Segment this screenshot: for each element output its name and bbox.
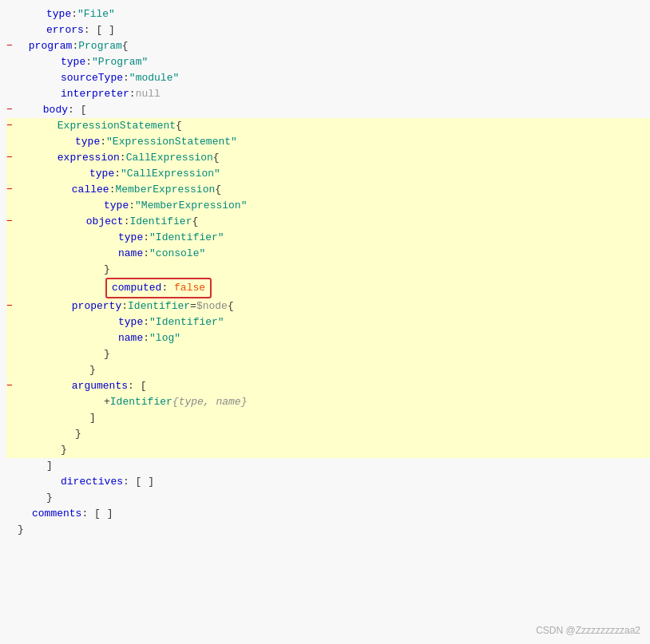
token: "console" <box>149 246 205 262</box>
token: : [ ] <box>84 22 115 38</box>
token: CallExpression <box>126 150 213 166</box>
token: { <box>215 182 221 198</box>
code-line: } <box>6 426 650 442</box>
code-viewer: type: "File"errors: [ ]−program: Program… <box>0 0 650 644</box>
token: ExpressionStatement <box>57 118 176 134</box>
token: sourceType <box>61 70 123 86</box>
token: { <box>176 118 182 134</box>
code-line: type: "ExpressionStatement" <box>6 134 650 150</box>
token: "Identifier" <box>149 230 224 246</box>
token: : <box>143 246 149 262</box>
code-line: −body: [ <box>6 102 650 118</box>
token: } <box>18 522 24 538</box>
token: ] <box>46 458 53 474</box>
toggle-icon[interactable]: − <box>6 378 13 394</box>
token: expression <box>57 150 120 166</box>
token: : <box>129 198 135 214</box>
code-line: type: "Identifier" <box>6 314 650 330</box>
token: "CallExpression" <box>121 166 220 182</box>
token: } <box>61 442 67 458</box>
token: : <box>71 6 77 22</box>
code-line: directives: [ ] <box>6 474 650 490</box>
token: callee <box>72 182 109 198</box>
toggle-icon[interactable]: − <box>6 182 13 198</box>
token: Program <box>78 38 122 54</box>
token: : <box>85 54 92 70</box>
code-line: comments: [ ] <box>6 506 650 522</box>
toggle-icon[interactable]: − <box>6 118 13 134</box>
code-line: + Identifier {type, name} <box>6 394 650 410</box>
token: : <box>143 230 149 246</box>
code-line: errors: [ ] <box>6 22 650 38</box>
token: : [ ] <box>123 474 154 490</box>
token: : <box>123 70 129 86</box>
token: type <box>118 314 143 330</box>
token: interpreter <box>61 86 129 102</box>
token: : <box>143 330 149 346</box>
code-line: } <box>6 262 650 278</box>
code-line: ] <box>6 410 650 426</box>
token: arguments <box>72 378 128 394</box>
code-line: type: "File" <box>6 6 650 22</box>
toggle-icon[interactable]: − <box>6 102 13 118</box>
token: : <box>100 134 106 150</box>
watermark: CSDN @Zzzzzzzzzzaa2 <box>536 625 640 636</box>
token: type <box>75 134 100 150</box>
token: : <box>143 314 149 330</box>
toggle-icon[interactable]: − <box>6 150 13 166</box>
code-line: type: "Identifier" <box>6 230 650 246</box>
token: "ExpressionStatement" <box>106 134 237 150</box>
token: : [ ] <box>81 506 113 522</box>
token: } <box>104 346 110 362</box>
token: object <box>86 214 124 230</box>
code-line: interpreter: null <box>6 86 650 102</box>
token: false <box>174 282 205 294</box>
token: : [ <box>68 102 86 118</box>
token: "module" <box>129 70 179 86</box>
code-line: ] <box>6 458 650 474</box>
token: { <box>228 298 234 314</box>
code-line: −callee: MemberExpression { <box>6 182 650 198</box>
token: type <box>46 6 71 22</box>
code-line: sourceType: "module" <box>6 70 650 86</box>
code-line: −expression: CallExpression { <box>6 150 650 166</box>
toggle-icon[interactable]: − <box>6 38 13 54</box>
token: {type, name} <box>172 394 248 410</box>
token: { <box>122 38 129 54</box>
token: Identifier <box>129 214 192 230</box>
token: : <box>121 298 128 314</box>
computed-box: computed: false <box>105 278 212 298</box>
code-line: −arguments: [ <box>6 378 650 394</box>
toggle-icon[interactable]: − <box>6 298 13 314</box>
token: name <box>118 330 143 346</box>
token: comments <box>32 506 81 522</box>
code-line: −program: Program { <box>6 38 650 54</box>
code-line: name: "log" <box>6 330 650 346</box>
code-line: type: "Program" <box>6 54 650 70</box>
token: body <box>43 102 68 118</box>
code-line: name: "console" <box>6 246 650 262</box>
code-line: } <box>6 442 650 458</box>
token: type <box>118 230 143 246</box>
token: type <box>104 198 129 214</box>
token: : <box>120 150 126 166</box>
token: { <box>213 150 220 166</box>
token: : <box>72 38 78 54</box>
code-line: computed: false <box>6 278 650 298</box>
token: : <box>124 214 130 230</box>
toggle-icon[interactable]: − <box>6 214 13 230</box>
token: type <box>61 54 85 70</box>
code-line: −ExpressionStatement { <box>6 118 650 134</box>
code-line: } <box>6 522 650 538</box>
token: computed <box>112 282 161 294</box>
code-line: } <box>6 490 650 506</box>
token: "MemberExpression" <box>135 198 247 214</box>
token: : <box>129 86 136 102</box>
code-line: −object: Identifier { <box>6 214 650 230</box>
token: ] <box>89 410 96 426</box>
token: Identifier <box>110 394 172 410</box>
token: = <box>190 298 196 314</box>
token: null <box>136 86 161 102</box>
token: } <box>46 490 53 506</box>
token: property <box>72 298 121 314</box>
